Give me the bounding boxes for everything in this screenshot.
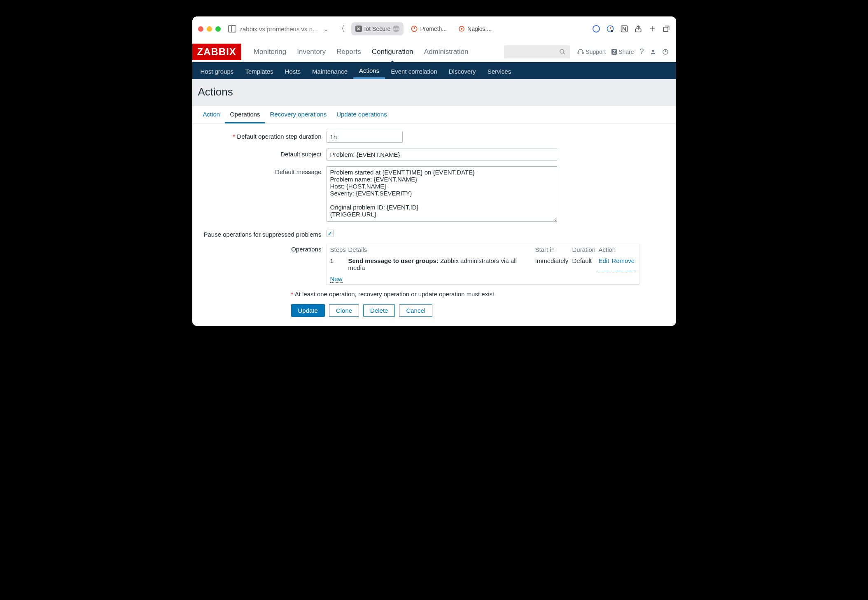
- zabbix-logo[interactable]: ZABBIX: [192, 44, 241, 60]
- page-title: Actions: [192, 79, 676, 106]
- minimize-window-button[interactable]: [207, 26, 212, 32]
- close-window-button[interactable]: [198, 26, 203, 32]
- notion-icon[interactable]: [620, 25, 628, 33]
- tabs-overview-icon[interactable]: [662, 25, 670, 33]
- browser-tab-label: Prometh...: [420, 26, 447, 32]
- search-input[interactable]: [504, 45, 570, 58]
- cell-start: Immediately: [535, 257, 572, 271]
- subnav-actions[interactable]: Actions: [353, 63, 385, 79]
- headset-icon: [577, 49, 584, 55]
- operations-form: * Default operation step duration Defaul…: [192, 123, 676, 326]
- default-message-textarea[interactable]: [327, 166, 557, 222]
- clone-button[interactable]: Clone: [329, 304, 359, 317]
- nav-reports[interactable]: Reports: [331, 42, 366, 62]
- subnav-services[interactable]: Services: [482, 63, 517, 79]
- browser-tab-prometheus[interactable]: Prometh...: [407, 22, 451, 35]
- main-nav: Monitoring Inventory Reports Configurati…: [249, 42, 474, 62]
- form-tabs: Action Operations Recovery operations Up…: [192, 106, 676, 123]
- extension-icon[interactable]: [606, 25, 614, 33]
- share-link[interactable]: Z Share: [611, 49, 634, 55]
- tab-recovery-operations[interactable]: Recovery operations: [265, 106, 332, 123]
- label-pause: Pause operations for suppressed problems: [198, 229, 327, 238]
- window-controls: [198, 26, 221, 32]
- subnav-event-correlation[interactable]: Event correlation: [385, 63, 443, 79]
- svg-rect-9: [578, 52, 579, 53]
- update-button[interactable]: Update: [291, 304, 325, 317]
- sidebar-toggle-icon[interactable]: [228, 25, 236, 33]
- label-operations: Operations: [198, 244, 327, 253]
- content-panel: Action Operations Recovery operations Up…: [192, 106, 676, 326]
- extension-icon[interactable]: [592, 25, 600, 33]
- edit-link[interactable]: Edit: [599, 257, 609, 271]
- tab-action[interactable]: Action: [198, 106, 225, 123]
- tab-more-icon[interactable]: •••: [393, 26, 399, 32]
- required-note: * At least one operation, recovery opera…: [291, 291, 670, 298]
- help-button[interactable]: ?: [639, 47, 644, 56]
- browser-toolbar: zabbix vs prometheus vs n... ⌄ 〈 ✕ Iot S…: [192, 16, 676, 41]
- browser-tab-nagios[interactable]: Nagios:...: [454, 22, 496, 35]
- app-header: ZABBIX Monitoring Inventory Reports Conf…: [192, 41, 676, 63]
- table-row: 1 Send message to user groups: Zabbix ad…: [327, 255, 639, 273]
- new-operation-link[interactable]: New: [330, 275, 343, 283]
- default-subject-input[interactable]: [327, 149, 557, 160]
- chevron-down-icon[interactable]: ⌄: [321, 24, 331, 33]
- cell-steps: 1: [330, 257, 348, 271]
- pause-checkbox[interactable]: ✓: [327, 230, 334, 237]
- nav-administration[interactable]: Administration: [419, 42, 474, 62]
- maximize-window-button[interactable]: [215, 26, 221, 32]
- svg-point-2: [461, 28, 462, 30]
- support-link[interactable]: Support: [577, 49, 606, 55]
- svg-point-11: [652, 49, 654, 51]
- z-icon: Z: [611, 49, 617, 55]
- col-action: Action: [599, 246, 636, 253]
- label-default-message: Default message: [198, 166, 327, 175]
- tab-update-operations[interactable]: Update operations: [331, 106, 392, 123]
- browser-tab-iot-secure[interactable]: ✕ Iot Secure •••: [351, 22, 404, 35]
- svg-rect-10: [582, 52, 583, 53]
- new-tab-button[interactable]: [648, 25, 656, 33]
- search-icon: [559, 49, 566, 55]
- user-icon[interactable]: [650, 49, 656, 55]
- form-buttons: Update Clone Delete Cancel: [291, 304, 670, 317]
- label-default-subject: Default subject: [198, 149, 327, 158]
- sub-nav: Host groups Templates Hosts Maintenance …: [192, 63, 676, 79]
- cancel-button[interactable]: Cancel: [399, 304, 432, 317]
- browser-tab-label: Nagios:...: [467, 26, 492, 32]
- col-start: Start in: [535, 246, 572, 253]
- tab-favicon-icon: ✕: [355, 26, 362, 32]
- subnav-hosts[interactable]: Hosts: [279, 63, 306, 79]
- nav-monitoring[interactable]: Monitoring: [249, 42, 291, 62]
- share-icon[interactable]: [634, 25, 642, 33]
- col-duration: Duration: [572, 246, 599, 253]
- tab-operations[interactable]: Operations: [225, 106, 265, 123]
- subnav-discovery[interactable]: Discovery: [443, 63, 482, 79]
- browser-tab-label: Iot Secure: [364, 26, 391, 32]
- operations-table: Steps Details Start in Duration Action 1…: [327, 244, 639, 285]
- tab-group-title[interactable]: zabbix vs prometheus vs n...: [240, 26, 318, 33]
- svg-point-4: [611, 30, 613, 32]
- step-duration-input[interactable]: [327, 131, 403, 143]
- subnav-maintenance[interactable]: Maintenance: [306, 63, 353, 79]
- cell-details: Send message to user groups: Zabbix admi…: [348, 257, 535, 271]
- label-step-duration: Default operation step duration: [237, 133, 321, 140]
- power-icon[interactable]: [662, 49, 669, 55]
- browser-toolbar-right: [592, 25, 670, 33]
- back-button[interactable]: 〈: [334, 23, 348, 35]
- cell-duration: Default: [572, 257, 599, 271]
- nagios-icon: [458, 26, 465, 32]
- svg-rect-7: [663, 27, 668, 32]
- nav-inventory[interactable]: Inventory: [292, 42, 331, 62]
- header-right: Support Z Share ?: [577, 47, 668, 56]
- nav-configuration[interactable]: Configuration: [367, 42, 418, 62]
- prometheus-icon: [411, 26, 418, 32]
- subnav-templates[interactable]: Templates: [239, 63, 279, 79]
- svg-point-8: [560, 49, 564, 53]
- col-steps: Steps: [330, 246, 348, 253]
- remove-link[interactable]: Remove: [611, 257, 635, 271]
- col-details: Details: [348, 246, 535, 253]
- subnav-host-groups[interactable]: Host groups: [195, 63, 240, 79]
- delete-button[interactable]: Delete: [363, 304, 395, 317]
